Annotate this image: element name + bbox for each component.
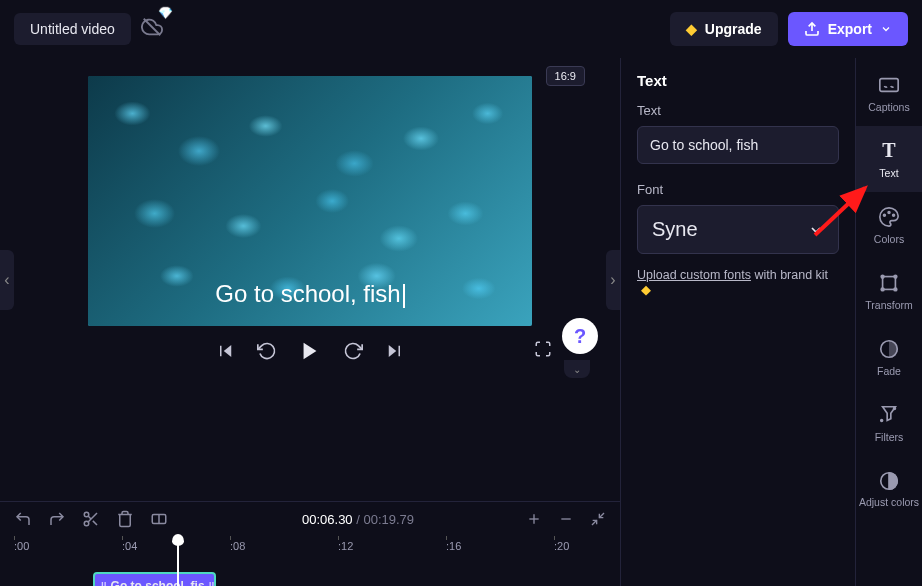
preview-nav-right[interactable]: › <box>606 250 620 310</box>
cloud-sync-icon: 💎 <box>141 16 163 42</box>
svg-rect-19 <box>880 78 898 91</box>
skip-end-button[interactable] <box>385 342 403 360</box>
playhead[interactable] <box>177 536 179 586</box>
text-icon: T <box>878 140 900 162</box>
cut-button[interactable] <box>82 510 100 528</box>
chevron-down-icon <box>880 23 892 35</box>
svg-marker-4 <box>304 343 317 360</box>
svg-point-26 <box>881 288 884 291</box>
adjust-colors-icon <box>878 470 900 492</box>
gem-icon: ◆ <box>641 283 651 297</box>
rewind-5s-button[interactable] <box>257 341 277 361</box>
svg-line-18 <box>592 520 597 525</box>
clip-grip-left-icon[interactable]: || <box>101 581 107 587</box>
upload-icon <box>804 21 820 37</box>
overlay-text-caption[interactable]: Go to school, fish <box>215 280 404 308</box>
zoom-minus-button[interactable] <box>558 511 574 527</box>
project-title[interactable]: Untitled video <box>14 13 131 45</box>
svg-point-22 <box>893 214 895 216</box>
zoom-add-button[interactable] <box>526 511 542 527</box>
font-select-value: Syne <box>652 218 698 241</box>
tool-captions[interactable]: Captions <box>856 60 923 126</box>
tool-filters[interactable]: Filters <box>856 390 923 456</box>
upgrade-label: Upgrade <box>705 21 762 37</box>
text-field-label: Text <box>637 103 839 118</box>
export-button[interactable]: Export <box>788 12 908 46</box>
filters-icon <box>878 404 900 426</box>
upload-fonts-row: Upload custom fonts with brand kit ◆ <box>637 268 839 297</box>
upload-fonts-link[interactable]: Upload custom fonts <box>637 268 751 282</box>
captions-icon <box>878 74 900 96</box>
premium-diamond-icon: 💎 <box>158 6 173 20</box>
gem-icon: ◆ <box>686 21 697 37</box>
font-select[interactable]: Syne <box>637 205 839 254</box>
tool-colors[interactable]: Colors <box>856 192 923 258</box>
svg-line-17 <box>599 513 604 518</box>
font-field-label: Font <box>637 182 839 197</box>
svg-point-7 <box>84 512 89 517</box>
clip-grip-right-icon[interactable]: || <box>209 581 215 587</box>
forward-5s-button[interactable] <box>343 341 363 361</box>
svg-marker-2 <box>224 345 232 357</box>
split-button[interactable] <box>150 510 168 528</box>
fit-timeline-button[interactable] <box>590 511 606 527</box>
svg-marker-5 <box>389 345 397 357</box>
skip-start-button[interactable] <box>217 342 235 360</box>
svg-point-21 <box>888 211 890 213</box>
text-input[interactable] <box>637 126 839 164</box>
timecode-display: 00:06.30 / 00:19.79 <box>302 512 414 527</box>
svg-point-27 <box>894 288 897 291</box>
ruler-tick: :08 <box>230 540 245 552</box>
tool-fade[interactable]: Fade <box>856 324 923 390</box>
video-preview[interactable]: Go to school, fish <box>88 76 532 326</box>
svg-point-30 <box>881 419 883 421</box>
ruler-tick: :04 <box>122 540 137 552</box>
timeline-ruler[interactable]: :00 :04 :08 :12 :16 :20 <box>0 536 620 566</box>
tool-transform[interactable]: Transform <box>856 258 923 324</box>
text-clip-label: Go to school, fis <box>111 579 205 586</box>
redo-button[interactable] <box>48 510 66 528</box>
timeline-text-clip[interactable]: || Go to school, fis || <box>93 572 216 586</box>
svg-point-20 <box>884 214 886 216</box>
ruler-tick: :16 <box>446 540 461 552</box>
panel-title: Text <box>637 72 839 89</box>
fade-icon <box>878 338 900 360</box>
upgrade-button[interactable]: ◆ Upgrade <box>670 12 778 46</box>
aspect-ratio-button[interactable]: 16:9 <box>546 66 585 86</box>
transform-icon <box>878 272 900 294</box>
svg-line-10 <box>93 521 97 525</box>
svg-point-8 <box>84 521 89 526</box>
collapse-preview-button[interactable]: ⌄ <box>564 360 590 378</box>
svg-rect-23 <box>883 276 896 289</box>
tool-text[interactable]: T Text <box>856 126 923 192</box>
ruler-tick: :12 <box>338 540 353 552</box>
svg-line-11 <box>88 516 91 519</box>
play-button[interactable] <box>299 340 321 362</box>
export-label: Export <box>828 21 872 37</box>
preview-nav-left[interactable]: ‹ <box>0 250 14 310</box>
undo-button[interactable] <box>14 510 32 528</box>
tool-adjust-colors[interactable]: Adjust colors <box>856 456 923 522</box>
svg-point-24 <box>881 275 884 278</box>
palette-icon <box>878 206 900 228</box>
svg-point-25 <box>894 275 897 278</box>
ruler-tick: :00 <box>14 540 29 552</box>
delete-button[interactable] <box>116 510 134 528</box>
help-button[interactable]: ? <box>562 318 598 354</box>
fullscreen-button[interactable] <box>534 340 552 362</box>
chevron-down-icon <box>808 222 824 238</box>
ruler-tick: :20 <box>554 540 569 552</box>
